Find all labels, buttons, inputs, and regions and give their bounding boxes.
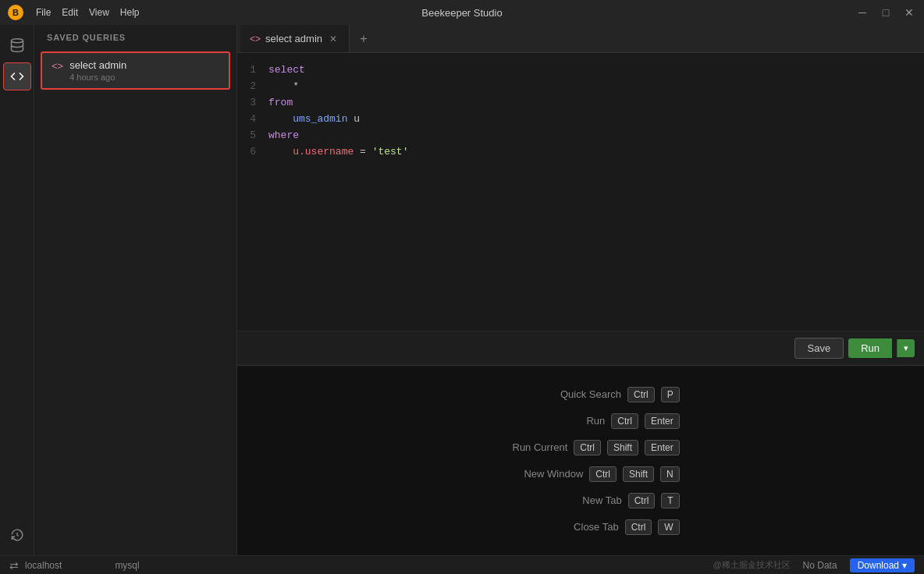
activity-queries-icon[interactable] xyxy=(3,62,31,90)
shortcut-label-new-tab: New Tab xyxy=(536,494,622,506)
save-button[interactable]: Save xyxy=(794,338,844,359)
shortcut-key-t: T xyxy=(661,493,679,508)
activity-bar xyxy=(0,25,34,555)
code-line-4: 4 ums_admin u xyxy=(237,112,924,128)
shortcut-key-ctrl-5: Ctrl xyxy=(628,493,656,508)
menu-help[interactable]: Help xyxy=(120,7,140,18)
shortcut-new-tab: New Tab Ctrl T xyxy=(536,493,680,508)
results-area: Quick Search Ctrl P Run Ctrl Enter Run C… xyxy=(237,366,924,555)
menu-view[interactable]: View xyxy=(89,7,109,18)
shortcut-key-enter: Enter xyxy=(645,413,680,429)
status-left: ⇄ localhost mysql xyxy=(9,559,140,572)
shortcut-run: Run Ctrl Enter xyxy=(519,413,679,429)
editor-toolbar: Save Run ▾ xyxy=(237,331,924,365)
activity-database-icon[interactable] xyxy=(3,31,31,59)
shortcut-label-run-current: Run Current xyxy=(482,441,567,453)
status-bar: ⇄ localhost mysql @稀土掘金技术社区 No Data Down… xyxy=(0,555,924,574)
query-code-icon: <> xyxy=(52,60,63,72)
run-button[interactable]: Run xyxy=(848,338,892,358)
shortcut-quick-search: Quick Search Ctrl P xyxy=(535,387,680,402)
code-editor[interactable]: 1 select 2 * 3 from 4 ums_admin u xyxy=(237,53,924,331)
editor-top: 1 select 2 * 3 from 4 ums_admin u xyxy=(237,53,924,365)
run-dropdown-button[interactable]: ▾ xyxy=(897,339,915,357)
new-tab-button[interactable]: + xyxy=(353,28,375,50)
db-type: mysql xyxy=(115,560,139,571)
activity-history-icon[interactable] xyxy=(3,521,31,549)
shortcut-key-ctrl-2: Ctrl xyxy=(611,413,638,429)
code-line-1: 1 select xyxy=(237,62,924,79)
minimize-button[interactable]: ─ xyxy=(855,5,869,19)
title-bar: B File Edit View Help Beekeeper Studio ─… xyxy=(0,0,924,25)
status-right: @稀土掘金技术社区 No Data Download ▾ xyxy=(713,558,915,572)
app-logo: B xyxy=(8,5,23,20)
close-button[interactable]: ✕ xyxy=(902,5,916,19)
tab-bar: <> select admin ✕ + xyxy=(237,25,924,53)
shortcut-label-close-tab: Close Tab xyxy=(533,521,619,533)
watermark-text: @稀土掘金技术社区 xyxy=(713,559,790,571)
code-line-6: 6 u.username = 'test' xyxy=(237,144,924,161)
no-data-label: No Data xyxy=(803,560,837,571)
shortcut-key-w: W xyxy=(658,519,679,535)
maximize-button[interactable]: □ xyxy=(879,5,893,19)
shortcut-new-window: New Window Ctrl Shift N xyxy=(497,466,679,482)
query-item[interactable]: <> select admin 4 hours ago xyxy=(41,51,230,90)
title-bar-left: B File Edit View Help xyxy=(8,5,140,20)
sidebar-section-title: SAVED QUERIES xyxy=(34,25,236,50)
tab-label: select admin xyxy=(265,33,322,44)
shortcut-key-p: P xyxy=(661,387,680,402)
shortcut-key-shift-1: Shift xyxy=(607,440,638,455)
sidebar: SAVED QUERIES <> select admin 4 hours ag… xyxy=(34,25,237,555)
shortcut-key-n: N xyxy=(660,466,680,482)
editor-area: <> select admin ✕ + 1 select 2 * xyxy=(237,25,924,555)
main-layout: SAVED QUERIES <> select admin 4 hours ag… xyxy=(0,25,924,555)
svg-point-0 xyxy=(11,39,23,43)
shortcut-key-ctrl-3: Ctrl xyxy=(574,440,601,455)
connection-icon: ⇄ xyxy=(9,559,19,572)
shortcut-key-enter-2: Enter xyxy=(645,440,680,455)
query-info: select admin 4 hours ago xyxy=(69,59,126,82)
shortcut-key-ctrl-1: Ctrl xyxy=(627,387,655,402)
app-title: Beekeeper Studio xyxy=(421,7,502,19)
shortcut-key-ctrl-6: Ctrl xyxy=(625,519,652,535)
menu-file[interactable]: File xyxy=(36,7,51,18)
menu-edit[interactable]: Edit xyxy=(62,7,78,18)
shortcut-key-shift-2: Shift xyxy=(623,466,654,482)
shortcut-label-run: Run xyxy=(519,415,605,427)
shortcut-label-new-window: New Window xyxy=(497,468,583,480)
code-line-5: 5 where xyxy=(237,128,924,144)
tab-select-admin[interactable]: <> select admin ✕ xyxy=(240,25,350,52)
query-name: select admin xyxy=(69,59,126,71)
tab-close-button[interactable]: ✕ xyxy=(327,33,339,45)
shortcut-close-tab: Close Tab Ctrl W xyxy=(533,519,680,535)
tab-code-icon: <> xyxy=(250,34,261,44)
query-time: 4 hours ago xyxy=(69,73,126,82)
shortcut-label-quick-search: Quick Search xyxy=(535,388,621,400)
shortcut-key-ctrl-4: Ctrl xyxy=(589,466,617,482)
connection-name[interactable]: localhost xyxy=(25,560,62,571)
window-controls: ─ □ ✕ xyxy=(855,5,916,19)
shortcuts-container: Quick Search Ctrl P Run Ctrl Enter Run C… xyxy=(482,387,679,535)
code-line-2: 2 * xyxy=(237,79,924,95)
menu-bar: File Edit View Help xyxy=(36,7,140,18)
code-line-3: 3 from xyxy=(237,95,924,112)
shortcut-run-current: Run Current Ctrl Shift Enter xyxy=(482,440,679,455)
editor-split: 1 select 2 * 3 from 4 ums_admin u xyxy=(237,53,924,555)
download-button[interactable]: Download ▾ xyxy=(850,558,915,572)
